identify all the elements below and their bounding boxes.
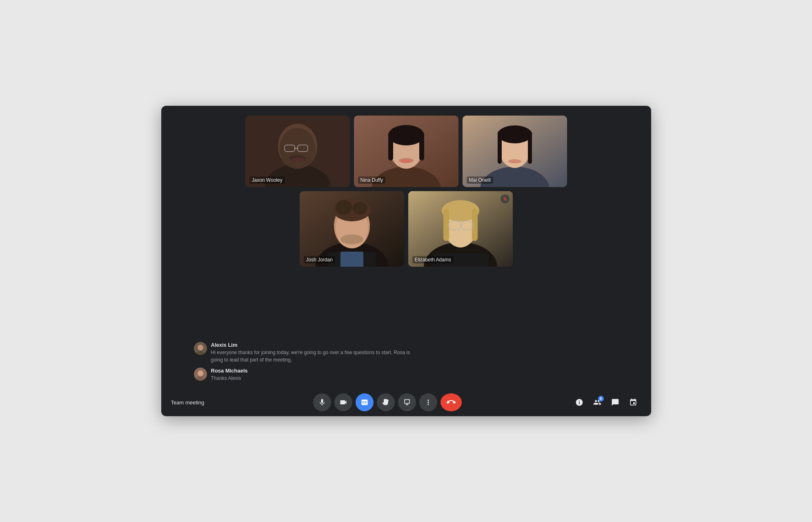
participant-name-josh: Josh Jordan xyxy=(304,256,335,263)
info-button[interactable] xyxy=(571,394,587,410)
svg-point-33 xyxy=(353,202,367,215)
mic-icon xyxy=(318,398,326,406)
chat-message-rosa: Rosa Michaels Thanks Alexis xyxy=(194,368,618,382)
mute-indicator-elizabeth xyxy=(501,194,509,203)
josh-face-svg xyxy=(300,191,404,267)
chat-content-alexis: Alexis Lim Hi everyone thanks for joinin… xyxy=(211,342,423,364)
avatar-alexis xyxy=(194,342,207,355)
chat-sender-alexis: Alexis Lim xyxy=(211,342,423,348)
participant-name-jaxon: Jaxon Wooley xyxy=(249,176,285,184)
svg-point-18 xyxy=(400,160,412,163)
chat-sender-rosa: Rosa Michaels xyxy=(211,368,248,374)
hand-icon xyxy=(382,398,390,406)
svg-rect-24 xyxy=(498,131,502,164)
video-tile-elizabeth: Elizabeth Adams xyxy=(408,191,513,267)
people-badge: 8 xyxy=(598,396,604,402)
participant-name-elizabeth: Elizabeth Adams xyxy=(412,256,454,263)
more-vert-icon xyxy=(424,398,432,406)
present-button[interactable] xyxy=(398,393,416,411)
activities-button[interactable] xyxy=(625,394,641,410)
end-call-icon xyxy=(447,398,456,407)
svg-rect-16 xyxy=(419,132,424,161)
avatar-rosa xyxy=(194,368,207,381)
svg-point-23 xyxy=(498,125,532,143)
video-tile-nina: Nina Duffy xyxy=(354,116,458,187)
present-icon xyxy=(403,398,411,406)
cc-icon xyxy=(360,398,369,406)
chat-text-rosa: Thanks Alexis xyxy=(211,375,248,382)
people-button[interactable]: 8 xyxy=(589,394,605,410)
chat-text-alexis: Hi everyone thanks for joining today, we… xyxy=(211,349,423,364)
participant-name-mai: Mai Oneill xyxy=(467,176,493,184)
svg-rect-25 xyxy=(528,131,532,164)
activities-icon xyxy=(629,398,637,406)
more-options-button[interactable] xyxy=(419,393,437,411)
video-tile-mai: Mai Oneill xyxy=(463,116,567,187)
mic-button[interactable] xyxy=(313,393,331,411)
video-call-window: Jaxon Wooley xyxy=(161,106,651,416)
chat-area: Alexis Lim Hi everyone thanks for joinin… xyxy=(161,335,651,388)
svg-point-52 xyxy=(198,370,203,376)
svg-point-26 xyxy=(508,159,521,163)
svg-point-8 xyxy=(291,158,304,162)
svg-point-14 xyxy=(388,125,424,145)
video-tile-josh: Josh Jordan xyxy=(300,191,404,267)
participant-name-nina: Nina Duffy xyxy=(358,176,386,184)
video-tile-jaxon: Jaxon Wooley xyxy=(245,116,350,187)
svg-point-34 xyxy=(340,234,363,244)
camera-button[interactable] xyxy=(334,393,352,411)
chat-content-rosa: Rosa Michaels Thanks Alexis xyxy=(211,368,248,382)
elizabeth-face-svg xyxy=(408,191,513,267)
video-row-top: Jaxon Wooley xyxy=(245,116,567,187)
svg-rect-15 xyxy=(388,132,393,161)
controls-right: 8 xyxy=(571,394,641,410)
svg-rect-43 xyxy=(472,208,478,241)
chat-icon xyxy=(611,398,619,406)
svg-point-32 xyxy=(336,200,352,215)
meeting-title: Team meeting xyxy=(171,399,205,406)
bottom-bar: Team meeting xyxy=(161,388,651,416)
video-row-bottom: Josh Jordan xyxy=(300,191,513,267)
camera-icon xyxy=(339,398,347,406)
chat-button[interactable] xyxy=(607,394,623,410)
info-icon xyxy=(575,398,583,406)
raise-hand-button[interactable] xyxy=(377,393,395,411)
chat-message-alexis: Alexis Lim Hi everyone thanks for joinin… xyxy=(194,342,618,364)
svg-rect-36 xyxy=(340,252,363,267)
mic-off-icon xyxy=(503,196,507,201)
controls-center xyxy=(313,393,462,411)
svg-point-49 xyxy=(198,345,203,350)
end-call-button[interactable] xyxy=(440,393,462,411)
video-grid: Jaxon Wooley xyxy=(161,106,651,335)
cc-button[interactable] xyxy=(356,393,374,411)
